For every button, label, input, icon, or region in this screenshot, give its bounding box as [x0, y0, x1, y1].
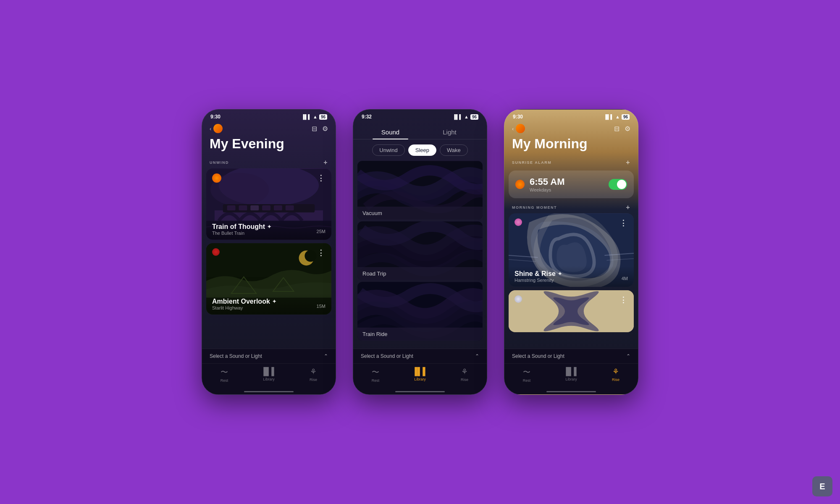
card-duration-ambient: 15M — [317, 304, 326, 309]
star-icon-train: ✦ — [267, 224, 271, 230]
alarm-time-text: 6:55 AM — [530, 176, 604, 187]
tab-rise-3[interactable]: ⚘ Rise — [593, 367, 638, 383]
engadget-logo: E — [812, 476, 832, 496]
card-subtitle-shine: Hamstring Serenity — [514, 278, 628, 283]
status-bar-3: 9:30 ▐▌▌ ▲ 96 — [504, 110, 638, 122]
rest-icon-2: 〜 — [372, 367, 379, 377]
svg-rect-5 — [227, 205, 236, 210]
bottom-bar-1: Select a Sound or Light ⌃ 〜 Rest ▐▌▌ Lib… — [202, 349, 336, 394]
signal-icon-3: ▐▌▌ — [604, 114, 614, 119]
signal-icon-2: ▐▌▌ — [453, 114, 462, 119]
card-subtitle-ambient: Starlit Highway — [212, 305, 326, 310]
tab-rest-2[interactable]: 〜 Rest — [353, 367, 398, 383]
tab-light[interactable]: Light — [420, 125, 479, 139]
select-sound-2[interactable]: Select a Sound or Light ⌃ — [353, 349, 487, 364]
home-indicator-1 — [244, 391, 294, 392]
more-button-shine[interactable]: ⋮ — [620, 218, 628, 228]
tab-library-2[interactable]: ▐▌▌ Library — [398, 367, 442, 383]
nav-icons-1: ⊟ ⚙ — [312, 125, 328, 133]
filter-unwind[interactable]: Unwind — [372, 144, 404, 156]
tab-rest-3[interactable]: 〜 Rest — [504, 367, 549, 383]
bottom-bar-2: Select a Sound or Light ⌃ 〜 Rest ▐▌▌ Lib… — [353, 349, 487, 394]
section-label-sunrise: SUNRISE ALARM + — [504, 155, 638, 168]
svg-rect-6 — [239, 205, 247, 210]
filter-wake[interactable]: Wake — [440, 144, 468, 156]
tab-library-1[interactable]: ▐▌▌ Library — [247, 367, 291, 383]
toggle-knob — [617, 180, 626, 189]
page-title-3: My Morning — [512, 136, 630, 151]
tab-rest-1[interactable]: 〜 Rest — [202, 367, 247, 383]
alarm-days: Weekdays — [530, 187, 604, 192]
status-bar-2: 9:32 ▐▌▌ ▲ 96 — [353, 110, 487, 122]
add-unwind-button[interactable]: + — [323, 159, 328, 166]
screen-library: 9:32 ▐▌▌ ▲ 96 Sound Light Unwind Sleep W… — [353, 109, 487, 395]
sound-item-roadtrip[interactable]: Road Trip — [357, 221, 483, 280]
sound-item-trainride[interactable]: Train Ride — [357, 282, 483, 341]
rest-icon-1: 〜 — [220, 367, 228, 377]
settings-icon-1[interactable]: ⚙ — [322, 125, 328, 133]
svg-rect-7 — [250, 205, 259, 210]
nav-row-1: ‹ ⊟ ⚙ — [210, 124, 328, 133]
settings-icon-3[interactable]: ⚙ — [625, 125, 630, 133]
alarm-card[interactable]: 6:55 AM Weekdays — [509, 171, 634, 198]
sound-item-vacuum[interactable]: Vacuum — [357, 161, 483, 220]
tab-rise-1[interactable]: ⚘ Rise — [291, 367, 336, 383]
card-train-of-thought[interactable]: ⋮ Train of Thought ✦ The Bullet Train 25… — [206, 168, 331, 240]
more-button-train[interactable]: ⋮ — [317, 173, 326, 183]
card-title-shine: Shine & Rise ✦ — [514, 270, 628, 278]
card-ambient-overlook[interactable]: ⋮ Ambient Overlook ✦ Starlit Highway 15M — [206, 243, 331, 315]
card-jump-start[interactable]: ⋮ — [509, 290, 634, 332]
message-icon-1[interactable]: ⊟ — [312, 125, 317, 133]
select-sound-3[interactable]: Select a Sound or Light ⌃ — [504, 349, 638, 364]
card-title-train: Train of Thought ✦ — [212, 223, 326, 231]
alarm-time-info: 6:55 AM Weekdays — [530, 176, 604, 192]
header-1: ‹ ⊟ ⚙ My Evening — [202, 122, 336, 155]
card-info-shine: Shine & Rise ✦ Hamstring Serenity — [509, 266, 634, 287]
message-icon-3[interactable]: ⊟ — [614, 125, 620, 133]
time-2: 9:32 — [362, 114, 372, 120]
more-button-jump[interactable]: ⋮ — [620, 295, 628, 304]
tab-bar-2: 〜 Rest ▐▌▌ Library ⚘ Rise — [353, 364, 487, 389]
tab-rise-2[interactable]: ⚘ Rise — [442, 367, 487, 383]
back-button-1[interactable]: ‹ — [210, 124, 223, 133]
sound-label-roadtrip: Road Trip — [357, 267, 483, 280]
select-sound-1[interactable]: Select a Sound or Light ⌃ — [202, 349, 336, 364]
sound-light-tabs: Sound Light — [353, 122, 487, 139]
status-icons-3: ▐▌▌ ▲ 96 — [604, 114, 630, 120]
tab-library-3[interactable]: ▐▌▌ Library — [549, 367, 593, 383]
alarm-dot — [515, 180, 525, 189]
add-alarm-button[interactable]: + — [626, 159, 630, 166]
status-bar-1: 9:30 ▐▌▌ ▲ 96 — [202, 110, 336, 122]
svg-point-15 — [304, 250, 316, 262]
back-button-3[interactable]: ‹ — [512, 124, 525, 133]
more-button-ambient[interactable]: ⋮ — [317, 248, 326, 257]
card-info-ambient: Ambient Overlook ✦ Starlit Highway — [206, 294, 331, 315]
card-duration-shine: 4M — [622, 276, 628, 281]
filter-sleep[interactable]: Sleep — [408, 144, 436, 156]
home-indicator-2 — [395, 391, 445, 392]
battery-2: 96 — [470, 114, 478, 120]
alarm-toggle[interactable] — [609, 179, 627, 190]
card-subtitle-train: The Bullet Train — [212, 231, 326, 236]
card-shine-rise[interactable]: ⋮ Shine & Rise ✦ Hamstring Serenity 4M — [509, 213, 634, 287]
sound-label-trainride: Train Ride — [357, 328, 483, 341]
rise-icon-3: ⚘ — [612, 367, 619, 376]
status-icons-2: ▐▌▌ ▲ 96 — [453, 114, 478, 120]
add-morning-button[interactable]: + — [626, 204, 630, 211]
tab-sound[interactable]: Sound — [361, 125, 420, 139]
header-3: ‹ ⊟ ⚙ My Morning — [504, 122, 638, 155]
chevron-left-icon-1: ‹ — [210, 126, 211, 132]
card-duration-train: 25M — [317, 229, 326, 234]
wifi-icon-3: ▲ — [615, 114, 620, 119]
bottom-bar-3: Select a Sound or Light ⌃ 〜 Rest ▐▌▌ Lib… — [504, 349, 638, 394]
page-title-1: My Evening — [210, 136, 328, 151]
home-indicator-3 — [546, 391, 596, 392]
battery-3: 96 — [622, 114, 630, 120]
chevron-up-icon-1: ⌃ — [324, 353, 328, 359]
section-label-morning: MORNING MOMENT + — [504, 200, 638, 213]
wifi-icon-1: ▲ — [313, 114, 318, 119]
logo-icon-1 — [213, 124, 223, 133]
star-icon-ambient: ✦ — [272, 299, 276, 304]
svg-rect-9 — [274, 205, 282, 210]
status-icons-1: ▐▌▌ ▲ 96 — [302, 114, 327, 120]
